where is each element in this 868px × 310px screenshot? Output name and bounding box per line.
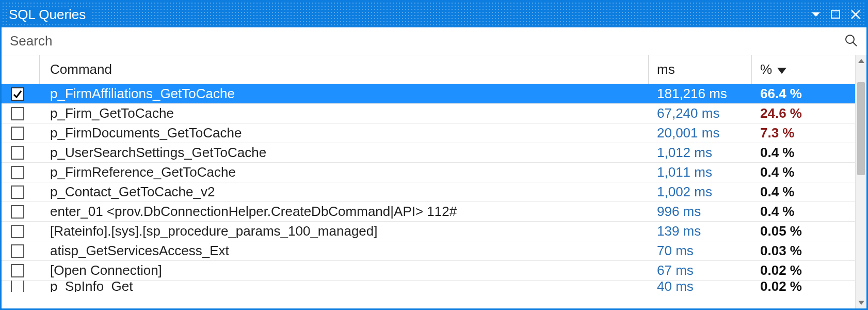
query-table: Command ms % p_FirmAffiliations_GetToCac… (2, 55, 866, 308)
row-ms: 67 ms (649, 262, 752, 278)
table-row[interactable]: atisp_GetServicesAccess_Ext70 ms0.03 % (2, 241, 855, 261)
row-ms: 70 ms (649, 243, 752, 259)
row-checkbox[interactable] (11, 281, 24, 292)
row-ms: 20,001 ms (649, 125, 752, 141)
column-header-ms[interactable]: ms (649, 55, 752, 84)
svg-marker-7 (858, 59, 864, 63)
row-checkbox-cell[interactable] (2, 205, 40, 219)
sql-queries-panel: SQL Queries Command ms % (0, 0, 868, 310)
table-rows: p_FirmAffiliations_GetToCache181,216 ms6… (2, 84, 855, 308)
row-percent: 0.02 % (752, 281, 855, 292)
row-percent: 0.4 % (752, 184, 855, 200)
vertical-scrollbar[interactable] (855, 55, 866, 308)
row-checkbox[interactable] (11, 166, 24, 179)
row-command: p_SpInfo_Get (40, 281, 649, 292)
scroll-up-icon[interactable] (856, 55, 866, 67)
row-ms: 996 ms (649, 204, 752, 220)
row-ms: 40 ms (649, 281, 752, 292)
table-row[interactable]: p_Firm_GetToCache67,240 ms24.6 % (2, 104, 855, 123)
row-command: p_Contact_GetToCache_v2 (40, 184, 649, 200)
svg-line-5 (853, 42, 857, 46)
row-checkbox-cell[interactable] (2, 166, 40, 179)
sort-desc-icon (777, 61, 786, 78)
row-percent: 0.4 % (752, 164, 855, 180)
row-ms: 139 ms (649, 223, 752, 239)
scroll-thumb[interactable] (857, 82, 865, 175)
row-checkbox-cell[interactable] (2, 244, 40, 258)
row-command: enter_01 <prov.DbConnectionHelper.Create… (40, 204, 649, 220)
row-ms: 67,240 ms (649, 105, 752, 121)
table-header: Command ms % (2, 55, 855, 84)
search-icon[interactable] (844, 33, 858, 50)
table-row[interactable]: [Rateinfo].[sys].[sp_procedure_params_10… (2, 222, 855, 241)
row-checkbox[interactable] (11, 225, 24, 238)
row-checkbox-cell[interactable] (2, 281, 40, 292)
svg-marker-0 (812, 12, 820, 17)
column-header-percent[interactable]: % (752, 55, 855, 84)
column-header-checkbox[interactable] (2, 55, 40, 84)
row-checkbox[interactable] (11, 107, 24, 120)
scroll-track[interactable] (856, 67, 866, 297)
table-row[interactable]: p_SpInfo_Get40 ms0.02 % (2, 281, 855, 292)
scroll-down-icon[interactable] (856, 297, 866, 308)
row-checkbox-cell[interactable] (2, 185, 40, 199)
search-bar (2, 27, 866, 55)
row-ms: 1,012 ms (649, 145, 752, 161)
row-ms: 1,002 ms (649, 184, 752, 200)
minimize-icon[interactable] (811, 9, 821, 20)
row-checkbox[interactable] (11, 185, 24, 199)
row-percent: 0.4 % (752, 204, 855, 220)
column-header-command[interactable]: Command (40, 55, 649, 84)
row-percent: 7.3 % (752, 125, 855, 141)
svg-rect-1 (831, 11, 840, 18)
row-checkbox-cell[interactable] (2, 107, 40, 120)
row-percent: 24.6 % (752, 105, 855, 121)
row-checkbox[interactable] (11, 127, 24, 140)
table-row[interactable]: p_FirmDocuments_GetToCache20,001 ms7.3 % (2, 123, 855, 143)
table-row[interactable]: [Open Connection]67 ms0.02 % (2, 261, 855, 281)
row-command: p_FirmReference_GetToCache (40, 164, 649, 180)
close-icon[interactable] (850, 9, 861, 20)
row-command: p_FirmAffiliations_GetToCache (40, 86, 649, 102)
row-command: [Rateinfo].[sys].[sp_procedure_params_10… (40, 223, 649, 239)
row-percent: 66.4 % (752, 86, 855, 102)
table-row[interactable]: p_Contact_GetToCache_v21,002 ms0.4 % (2, 182, 855, 202)
row-checkbox-cell[interactable] (2, 146, 40, 160)
window-title: SQL Queries (9, 7, 91, 23)
row-ms: 1,011 ms (649, 164, 752, 180)
titlebar[interactable]: SQL Queries (2, 2, 866, 27)
search-input[interactable] (10, 33, 839, 49)
maximize-icon[interactable] (830, 9, 841, 20)
row-checkbox-cell[interactable] (2, 264, 40, 277)
table-row[interactable]: enter_01 <prov.DbConnectionHelper.Create… (2, 202, 855, 222)
row-command: [Open Connection] (40, 262, 649, 278)
row-checkbox-cell[interactable] (2, 225, 40, 238)
row-percent: 0.05 % (752, 223, 855, 239)
row-checkbox[interactable] (11, 205, 24, 219)
row-checkbox-cell[interactable] (2, 127, 40, 140)
row-checkbox[interactable] (11, 146, 24, 160)
row-percent: 0.02 % (752, 262, 855, 278)
table-row[interactable]: p_FirmReference_GetToCache1,011 ms0.4 % (2, 163, 855, 182)
row-command: p_Firm_GetToCache (40, 105, 649, 121)
row-checkbox[interactable] (11, 244, 24, 258)
row-command: p_FirmDocuments_GetToCache (40, 125, 649, 141)
svg-marker-8 (858, 301, 864, 305)
row-checkbox[interactable] (11, 87, 24, 101)
table-row[interactable]: p_UserSearchSettings_GetToCache1,012 ms0… (2, 143, 855, 163)
row-command: p_UserSearchSettings_GetToCache (40, 145, 649, 161)
row-checkbox[interactable] (11, 264, 24, 277)
table-row[interactable]: p_FirmAffiliations_GetToCache181,216 ms6… (2, 84, 855, 104)
row-percent: 0.03 % (752, 243, 855, 259)
row-command: atisp_GetServicesAccess_Ext (40, 243, 649, 259)
svg-point-4 (846, 35, 854, 43)
row-ms: 181,216 ms (649, 86, 752, 102)
row-checkbox-cell[interactable] (2, 87, 40, 101)
row-percent: 0.4 % (752, 145, 855, 161)
svg-marker-6 (777, 68, 786, 74)
